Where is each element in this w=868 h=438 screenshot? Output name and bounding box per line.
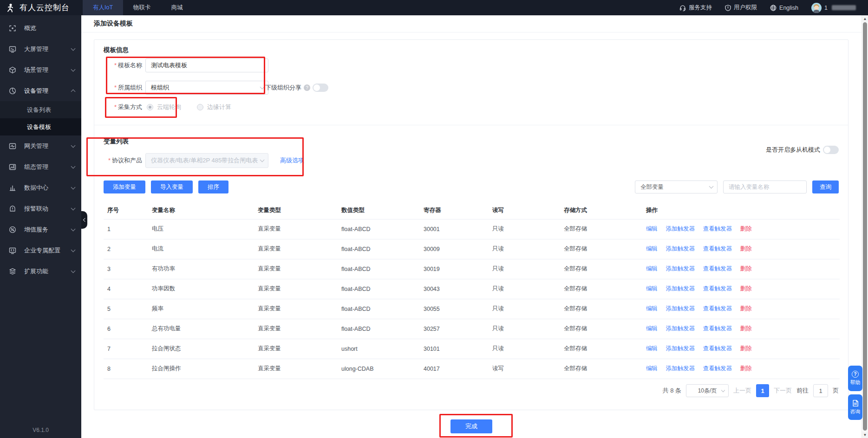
edit-link[interactable]: 编辑 bbox=[646, 285, 658, 292]
variable-search-input[interactable] bbox=[723, 180, 807, 193]
add-trigger-link[interactable]: 添加触发器 bbox=[666, 265, 695, 272]
consult-float-button[interactable]: 咨询 bbox=[848, 394, 862, 420]
sidebar-item-value-added[interactable]: 增值服务 bbox=[0, 219, 81, 240]
share-label: 下级组织分享 bbox=[265, 84, 301, 92]
goto-page-input[interactable] bbox=[813, 384, 828, 397]
delete-link[interactable]: 删除 bbox=[740, 345, 751, 352]
service-support[interactable]: 服务支持 bbox=[679, 4, 712, 12]
sidebar-collapse-handle[interactable] bbox=[81, 211, 87, 229]
organization-select[interactable]: 根组织 bbox=[145, 81, 268, 95]
cell-read-write: 只读 bbox=[489, 339, 560, 359]
cell-variable-type: 直采变量 bbox=[254, 299, 338, 319]
add-trigger-link[interactable]: 添加触发器 bbox=[666, 365, 695, 372]
logo-icon bbox=[5, 3, 15, 13]
edit-link[interactable]: 编辑 bbox=[646, 305, 658, 312]
sidebar-item-alarm-linkage[interactable]: 报警联动 bbox=[0, 198, 81, 219]
advanced-options-link[interactable]: 高级选项 bbox=[280, 153, 304, 168]
vertical-scrollbar[interactable]: ▲ ▼ bbox=[861, 15, 868, 438]
add-trigger-link[interactable]: 添加触发器 bbox=[666, 305, 695, 312]
language-label: English bbox=[779, 5, 798, 11]
template-name-input[interactable] bbox=[145, 58, 268, 72]
multi-slave-toggle[interactable] bbox=[823, 146, 839, 154]
tab-mall[interactable]: 商城 bbox=[161, 0, 193, 15]
cell-storage: 全部存储 bbox=[560, 299, 642, 319]
cell-operations: 编辑 添加触发器 查看触发器 删除 bbox=[642, 319, 840, 339]
sidebar-item-gateway-mgmt[interactable]: 网关管理 bbox=[0, 135, 81, 156]
edit-link[interactable]: 编辑 bbox=[646, 245, 658, 252]
delete-link[interactable]: 删除 bbox=[740, 325, 751, 332]
help-float-button[interactable]: ? 帮助 bbox=[848, 366, 862, 391]
add-variable-button[interactable]: 添加变量 bbox=[104, 180, 145, 193]
cell-variable-name: 电流 bbox=[148, 239, 254, 259]
prev-page-button[interactable]: 上一页 bbox=[733, 386, 751, 395]
sidebar-item-extensions[interactable]: 扩展功能 bbox=[0, 261, 81, 282]
cell-variable-name: 总有功电量 bbox=[148, 319, 254, 339]
multi-slave-group: 是否开启多从机模式 bbox=[766, 143, 839, 157]
sidebar-item-screen-mgmt[interactable]: 大屏管理 bbox=[0, 39, 81, 59]
delete-link[interactable]: 删除 bbox=[740, 265, 751, 272]
add-trigger-link[interactable]: 添加触发器 bbox=[666, 285, 695, 292]
organization-row: *所属组织 根组织 下级组织分享 ? bbox=[94, 81, 848, 95]
view-trigger-link[interactable]: 查看触发器 bbox=[703, 265, 732, 272]
sidebar-item-scene-mgmt[interactable]: 场景管理 bbox=[0, 59, 81, 80]
delete-link[interactable]: 删除 bbox=[740, 305, 751, 312]
search-button[interactable]: 查询 bbox=[812, 180, 839, 193]
edit-link[interactable]: 编辑 bbox=[646, 265, 658, 272]
sidebar-item-overview[interactable]: 概览 bbox=[0, 18, 81, 39]
view-trigger-link[interactable]: 查看触发器 bbox=[703, 305, 732, 312]
share-toggle[interactable] bbox=[313, 84, 328, 92]
add-trigger-link[interactable]: 添加触发器 bbox=[666, 225, 695, 232]
page-size-select[interactable]: 10条/页 bbox=[686, 384, 729, 397]
cell-variable-type: 直采变量 bbox=[254, 279, 338, 299]
edit-link[interactable]: 编辑 bbox=[646, 345, 658, 352]
view-trigger-link[interactable]: 查看触发器 bbox=[703, 365, 732, 372]
sidebar-item-device-list[interactable]: 设备列表 bbox=[0, 101, 81, 118]
done-button[interactable]: 完成 bbox=[450, 419, 492, 433]
scrollbar-thumb[interactable] bbox=[863, 22, 867, 431]
sidebar-item-data-center[interactable]: 数据中心 bbox=[0, 177, 81, 198]
topbar-right: 服务支持 用户权限 English 1 bbox=[679, 3, 868, 13]
cell-variable-name: 有功功率 bbox=[148, 259, 254, 279]
add-trigger-link[interactable]: 添加触发器 bbox=[666, 245, 695, 252]
sidebar-item-scada-mgmt[interactable]: 组态管理 bbox=[0, 156, 81, 177]
sidebar-item-device-template[interactable]: 设备模板 bbox=[0, 118, 81, 135]
cell-operations: 编辑 添加触发器 查看触发器 删除 bbox=[642, 299, 840, 319]
device-mgmt-submenu: 设备列表 设备模板 bbox=[0, 101, 81, 135]
current-page-button[interactable]: 1 bbox=[756, 384, 769, 397]
tab-iot-card[interactable]: 物联卡 bbox=[123, 0, 161, 15]
delete-link[interactable]: 删除 bbox=[740, 245, 751, 252]
import-variable-button[interactable]: 导入变量 bbox=[151, 180, 193, 193]
delete-link[interactable]: 删除 bbox=[740, 225, 751, 232]
toggle-knob bbox=[824, 147, 830, 153]
next-page-button[interactable]: 下一页 bbox=[774, 386, 792, 395]
scroll-down-arrow[interactable]: ▼ bbox=[862, 432, 868, 438]
delete-link[interactable]: 删除 bbox=[740, 285, 751, 292]
view-trigger-link[interactable]: 查看触发器 bbox=[703, 285, 732, 292]
sort-button[interactable]: 排序 bbox=[198, 180, 228, 193]
edit-link[interactable]: 编辑 bbox=[646, 365, 658, 372]
view-trigger-link[interactable]: 查看触发器 bbox=[703, 245, 732, 252]
add-trigger-link[interactable]: 添加触发器 bbox=[666, 345, 695, 352]
delete-link[interactable]: 删除 bbox=[740, 365, 751, 372]
sidebar-item-enterprise-config[interactable]: 企业专属配置 bbox=[0, 240, 81, 261]
cell-read-write: 只读 bbox=[489, 239, 560, 259]
view-trigger-link[interactable]: 查看触发器 bbox=[703, 325, 732, 332]
edit-link[interactable]: 编辑 bbox=[646, 225, 658, 232]
help-tooltip-icon[interactable]: ? bbox=[304, 84, 310, 91]
sidebar-item-device-mgmt[interactable]: 设备管理 bbox=[0, 80, 81, 101]
user-permissions[interactable]: 用户权限 bbox=[725, 4, 757, 12]
variable-filter-select[interactable]: 全部变量 bbox=[635, 180, 718, 193]
edit-link[interactable]: 编辑 bbox=[646, 325, 658, 332]
radio-edge-computing[interactable]: 边缘计算 bbox=[197, 103, 231, 111]
radio-cloud-polling[interactable]: 云端轮询 bbox=[147, 103, 181, 111]
cell-variable-name: 功率因数 bbox=[148, 279, 254, 299]
scroll-up-arrow[interactable]: ▲ bbox=[862, 15, 868, 22]
language-switcher[interactable]: English bbox=[770, 5, 798, 11]
add-trigger-link[interactable]: 添加触发器 bbox=[666, 325, 695, 332]
view-trigger-link[interactable]: 查看触发器 bbox=[703, 345, 732, 352]
question-icon: ? bbox=[852, 371, 859, 378]
view-trigger-link[interactable]: 查看触发器 bbox=[703, 225, 732, 232]
user-account[interactable]: 1 bbox=[811, 3, 856, 13]
cell-register: 30019 bbox=[420, 259, 489, 279]
tab-usr-iot[interactable]: 有人IoT bbox=[83, 0, 123, 15]
